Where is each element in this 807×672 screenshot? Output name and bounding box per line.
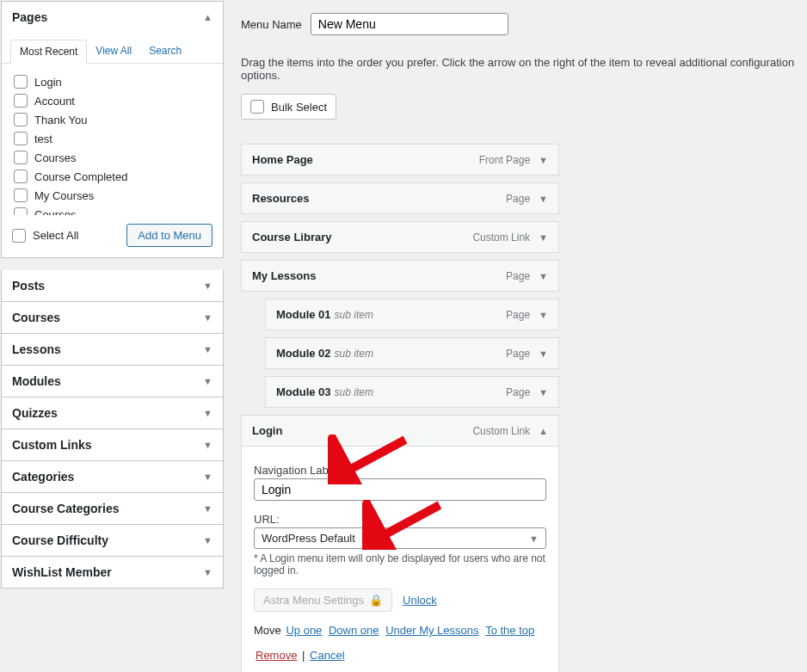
menu-item-login-header[interactable]: Login Custom Link ▲ bbox=[242, 416, 558, 447]
cancel-link[interactable]: Cancel bbox=[310, 649, 344, 662]
checkbox[interactable] bbox=[14, 188, 28, 202]
checkbox[interactable] bbox=[14, 207, 28, 215]
lock-icon: 🔒 bbox=[369, 594, 383, 607]
sub-item-label: sub item bbox=[335, 386, 373, 398]
astra-settings-button: Astra Menu Settings 🔒 bbox=[254, 589, 392, 612]
chevron-down-icon[interactable]: ▼ bbox=[539, 348, 548, 359]
chevron-up-icon[interactable]: ▲ bbox=[539, 426, 548, 436]
list-item[interactable]: Thank You bbox=[14, 110, 211, 129]
menu-name-row: Menu Name bbox=[241, 1, 806, 47]
list-item-label: Thank You bbox=[34, 114, 87, 126]
menu-item-title: Module 02 bbox=[276, 347, 331, 360]
chevron-down-icon[interactable]: ▼ bbox=[539, 155, 548, 165]
unlock-link[interactable]: Unlock bbox=[403, 594, 437, 607]
tab-most-recent[interactable]: Most Recent bbox=[10, 40, 87, 64]
tab-search[interactable]: Search bbox=[140, 40, 190, 63]
menu-item-my-lessons[interactable]: My Lessons Page▼ bbox=[241, 260, 559, 292]
pages-tabs: Most Recent View All Search bbox=[2, 33, 223, 64]
metabox-pages: Pages ▲ Most Recent View All Search Logi… bbox=[1, 1, 224, 258]
metabox-course-difficulty-header[interactable]: Course Difficulty ▼ bbox=[2, 525, 223, 556]
menu-item-type: Custom Link bbox=[472, 425, 530, 437]
metabox-courses-header[interactable]: Courses ▼ bbox=[2, 302, 223, 333]
chevron-down-icon[interactable]: ▼ bbox=[539, 232, 548, 243]
menu-item-type: Page bbox=[506, 386, 530, 398]
chevron-down-icon[interactable]: ▼ bbox=[539, 387, 548, 398]
metabox-lessons-header[interactable]: Lessons ▼ bbox=[2, 334, 223, 365]
move-up-one-link[interactable]: Up one bbox=[286, 624, 322, 637]
remove-link[interactable]: Remove bbox=[256, 649, 297, 662]
menu-item-module-01[interactable]: Module 01sub item Page▼ bbox=[265, 299, 559, 330]
chevron-down-icon: ▼ bbox=[203, 440, 213, 450]
metabox-wishlist-member-header[interactable]: WishList Member ▼ bbox=[2, 557, 223, 588]
metabox-modules-header[interactable]: Modules ▼ bbox=[2, 366, 223, 397]
metabox-custom-links: Custom Links ▼ bbox=[1, 429, 224, 461]
checkbox-bulk-select[interactable] bbox=[250, 100, 264, 114]
list-item[interactable]: Account bbox=[14, 91, 211, 110]
chevron-up-icon: ▲ bbox=[203, 12, 213, 22]
metabox-lessons: Lessons ▼ bbox=[1, 334, 224, 366]
list-item[interactable]: Courses bbox=[14, 148, 211, 167]
metabox-pages-title: Pages bbox=[12, 10, 47, 24]
list-item-label: test bbox=[34, 133, 52, 145]
metabox-quizzes-header[interactable]: Quizzes ▼ bbox=[2, 398, 223, 428]
list-item[interactable]: test bbox=[14, 129, 211, 148]
checkbox[interactable] bbox=[14, 151, 28, 164]
menu-item-title: Module 01 bbox=[276, 308, 331, 321]
move-under-link[interactable]: Under My Lessons bbox=[385, 624, 478, 637]
nav-label-field-label: Navigation Label bbox=[254, 464, 546, 477]
metabox-posts-header[interactable]: Posts ▼ bbox=[2, 270, 223, 301]
menu-item-type: Custom Link bbox=[472, 231, 530, 244]
menu-item-type: Page bbox=[506, 348, 530, 360]
metabox-pages-body: Most Recent View All Search Login Accoun… bbox=[2, 33, 223, 257]
menu-item-title: Home Page bbox=[252, 153, 313, 166]
list-item[interactable]: Courses bbox=[14, 205, 211, 215]
list-item[interactable]: My Courses bbox=[14, 186, 211, 205]
pages-checklist[interactable]: Login Account Thank You test Courses Cou… bbox=[2, 64, 223, 215]
menu-item-home-page[interactable]: Home Page Front Page▼ bbox=[241, 144, 559, 176]
checkbox[interactable] bbox=[14, 75, 28, 89]
pages-actions: Select All Add to Menu bbox=[2, 215, 223, 257]
url-select[interactable]: WordPress Default ▼ bbox=[254, 527, 546, 549]
menu-item-module-03[interactable]: Module 03sub item Page▼ bbox=[265, 376, 559, 408]
menu-item-title: Resources bbox=[252, 192, 309, 205]
add-to-menu-button[interactable]: Add to Menu bbox=[126, 224, 213, 247]
metabox-title: WishList Member bbox=[12, 565, 112, 579]
menu-name-input[interactable] bbox=[311, 13, 508, 35]
metabox-categories: Categories ▼ bbox=[1, 461, 224, 493]
move-to-top-link[interactable]: To the top bbox=[485, 624, 534, 637]
select-all-label: Select All bbox=[33, 229, 78, 242]
menu-item-module-02[interactable]: Module 02sub item Page▼ bbox=[265, 337, 559, 369]
list-item-label: My Courses bbox=[34, 189, 94, 202]
checkbox[interactable] bbox=[14, 113, 28, 126]
metabox-title: Categories bbox=[12, 470, 74, 484]
checkbox[interactable] bbox=[14, 132, 28, 145]
metabox-custom-links-header[interactable]: Custom Links ▼ bbox=[2, 429, 223, 460]
metabox-categories-header[interactable]: Categories ▼ bbox=[2, 461, 223, 492]
chevron-down-icon[interactable]: ▼ bbox=[539, 271, 548, 281]
login-note-text: * A Login menu item will only be display… bbox=[254, 552, 546, 576]
metabox-title: Course Categories bbox=[12, 502, 119, 515]
list-item[interactable]: Course Completed bbox=[14, 167, 211, 186]
chevron-down-icon[interactable]: ▼ bbox=[539, 310, 548, 320]
menu-item-course-library[interactable]: Course Library Custom Link▼ bbox=[241, 221, 559, 253]
menu-item-title: Course Library bbox=[252, 231, 331, 244]
metabox-course-categories-header[interactable]: Course Categories ▼ bbox=[2, 493, 223, 524]
sub-item-label: sub item bbox=[335, 348, 373, 360]
checkbox-select-all[interactable] bbox=[12, 229, 26, 243]
chevron-down-icon[interactable]: ▼ bbox=[539, 194, 548, 204]
chevron-down-icon: ▼ bbox=[203, 312, 213, 323]
metabox-title: Modules bbox=[12, 374, 61, 388]
menu-name-label: Menu Name bbox=[241, 18, 302, 31]
url-select-value: WordPress Default bbox=[262, 532, 355, 545]
checkbox[interactable] bbox=[14, 94, 28, 108]
checkbox[interactable] bbox=[14, 170, 28, 183]
chevron-down-icon: ▼ bbox=[203, 281, 213, 291]
bulk-select-toggle[interactable]: Bulk Select bbox=[241, 94, 336, 120]
nav-label-input[interactable] bbox=[254, 478, 546, 501]
url-field-label: URL: bbox=[254, 513, 546, 526]
menu-item-resources[interactable]: Resources Page▼ bbox=[241, 182, 559, 214]
tab-view-all[interactable]: View All bbox=[87, 40, 140, 63]
move-down-one-link[interactable]: Down one bbox=[329, 624, 379, 637]
list-item[interactable]: Login bbox=[14, 72, 211, 91]
metabox-pages-header[interactable]: Pages ▲ bbox=[2, 2, 223, 33]
